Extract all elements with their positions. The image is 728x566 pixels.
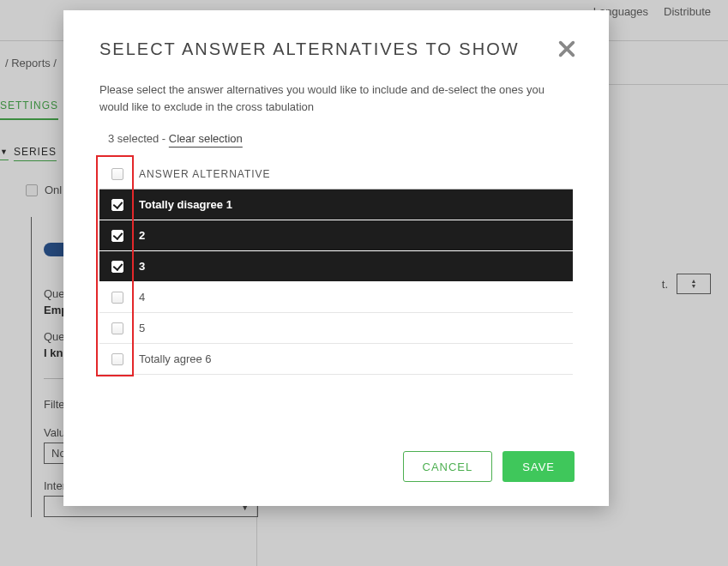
row-label: 3 — [135, 260, 573, 273]
row-checkbox[interactable] — [111, 322, 123, 334]
table-header-row: ANSWER ALTERNATIVE — [99, 159, 573, 190]
row-checkbox[interactable] — [111, 353, 123, 365]
close-button[interactable] — [557, 39, 578, 60]
modal-title: SELECT ANSWER ALTERNATIVES TO SHOW — [99, 39, 573, 59]
table-row[interactable]: Totally disagree 1 — [99, 190, 573, 220]
row-label: 2 — [135, 229, 573, 242]
header-label: ANSWER ALTERNATIVE — [135, 168, 573, 180]
close-icon — [557, 39, 576, 58]
modal-description: Please select the answer alternatives yo… — [99, 81, 573, 115]
row-label: 5 — [135, 322, 573, 334]
row-label: Totally agree 6 — [135, 352, 573, 365]
row-label: Totally disagree 1 — [135, 198, 573, 211]
alternatives-table: ANSWER ALTERNATIVE Totally disagree 1234… — [99, 159, 573, 375]
table-row[interactable]: 4 — [99, 282, 573, 313]
select-alternatives-modal: SELECT ANSWER ALTERNATIVES TO SHOW Pleas… — [63, 10, 609, 506]
select-all-checkbox[interactable] — [111, 168, 123, 180]
table-row[interactable]: Totally agree 6 — [99, 344, 573, 375]
table-row[interactable]: 2 — [99, 220, 573, 251]
row-checkbox[interactable] — [111, 292, 123, 304]
selection-count: 3 selected - — [108, 132, 169, 145]
table-row[interactable]: 5 — [99, 313, 573, 344]
clear-selection-link[interactable]: Clear selection — [169, 132, 243, 145]
row-checkbox[interactable] — [111, 199, 123, 211]
save-button[interactable]: SAVE — [502, 451, 575, 482]
table-row[interactable]: 3 — [99, 251, 573, 282]
row-checkbox[interactable] — [111, 230, 123, 242]
row-checkbox[interactable] — [111, 261, 123, 273]
cancel-button[interactable]: CANCEL — [403, 451, 493, 482]
row-label: 4 — [135, 291, 573, 304]
